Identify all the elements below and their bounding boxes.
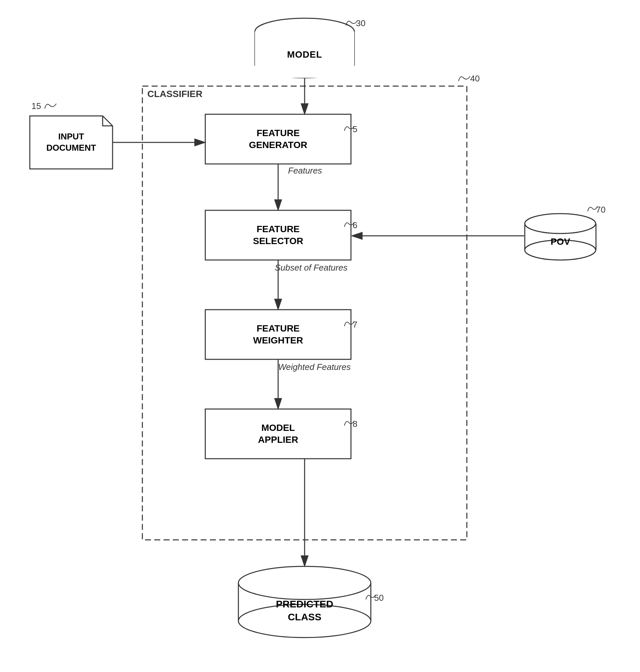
- model-applier-node: MODELAPPLIER: [205, 409, 351, 459]
- subset-features-label: Subset of Features: [275, 263, 348, 273]
- feature-selector-node: FEATURESELECTOR: [205, 210, 351, 260]
- diagram-container: MODEL 30 CLASSIFIER 40 15 INPUTDOCUMENT …: [0, 0, 640, 672]
- feature-generator-node: FEATUREGENERATOR: [205, 114, 351, 164]
- ref-15: 15: [31, 101, 41, 111]
- classifier-label: CLASSIFIER: [147, 89, 202, 99]
- features-label: Features: [288, 166, 322, 176]
- predicted-class-node: PREDICTEDCLASS: [238, 583, 371, 638]
- weighted-features-label: Weighted Features: [278, 362, 351, 372]
- feature-weighter-node: FEATUREWEIGHTER: [205, 310, 351, 359]
- model-node: MODEL: [255, 31, 354, 78]
- pov-node: POV: [525, 224, 596, 260]
- input-document-node: INPUTDOCUMENT: [30, 116, 113, 169]
